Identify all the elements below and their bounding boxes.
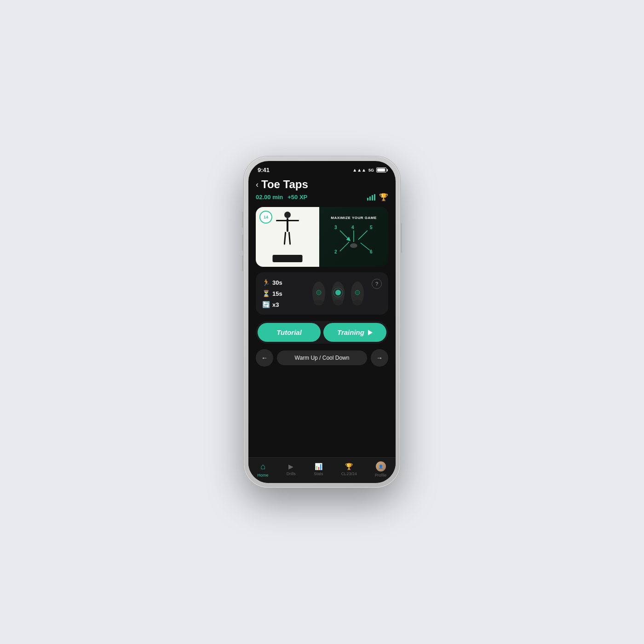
svg-text:2: 2 [334, 249, 337, 254]
phone-frame: 9:41 ▲▲▲ 5G ‹ Toe Taps 02.00 min +50 XP [244, 156, 400, 488]
prev-button[interactable]: ← [256, 349, 273, 367]
hourglass-icon: ⏳ [262, 290, 270, 297]
stats-label: Stats [314, 472, 323, 476]
back-button[interactable]: ‹ [256, 180, 259, 190]
training-button[interactable]: Training [323, 323, 386, 342]
back-title-row: ‹ Toe Taps [256, 178, 388, 191]
status-icons: ▲▲▲ 5G [352, 167, 386, 172]
running-icon: 🏃 [262, 279, 270, 286]
header: ‹ Toe Taps 02.00 min +50 XP [256, 175, 388, 207]
speed-line-1 [367, 198, 368, 201]
svg-point-12 [314, 300, 323, 305]
feet-visual [294, 279, 382, 308]
svg-point-13 [316, 290, 321, 295]
profile-avatar: 👤 [376, 461, 386, 472]
speed-lines-icon [367, 194, 375, 201]
avatar-icon: 👤 [379, 465, 383, 469]
phone-screen: 9:41 ▲▲▲ 5G ‹ Toe Taps 02.00 min +50 XP [248, 161, 396, 483]
trophy-icon: 🏆 [379, 193, 388, 201]
svg-point-21 [355, 290, 360, 295]
signal-icon: ▲▲▲ [352, 167, 366, 172]
nav-item-cl[interactable]: 🏆 CL23/24 [341, 463, 357, 476]
nav-item-drills[interactable]: ▶ Drills [287, 463, 296, 476]
svg-text:3: 3 [334, 225, 337, 230]
duration-value: 30s [272, 279, 282, 286]
svg-line-9 [361, 243, 370, 250]
nav-item-stats[interactable]: 📊 Stats [314, 463, 323, 476]
profile-label: Profile [375, 473, 387, 477]
battery-icon [376, 167, 386, 172]
foot-center [330, 280, 346, 307]
exercise-card: 🏃 30s ⏳ 15s 🔄 x3 [256, 272, 388, 315]
meta-icons: 🏆 [367, 193, 388, 201]
video-left-panel: 14 [256, 207, 319, 267]
cl-icon: 🏆 [345, 463, 353, 470]
status-time: 9:41 [258, 167, 270, 173]
rounds-stat: 🔄 x3 [262, 301, 294, 308]
video-diagram: MAXIMIZE YOUR GAME 3 4 5 2 6 [319, 207, 388, 267]
foot-center-svg [330, 280, 346, 307]
drill-diagram-svg: 3 4 5 2 6 [323, 224, 385, 258]
video-right-panel: MAXIMIZE YOUR GAME 3 4 5 2 6 [319, 207, 388, 267]
nav-item-home[interactable]: ⌂ Home [258, 462, 269, 477]
svg-text:4: 4 [351, 225, 354, 230]
foot-right-svg [349, 280, 366, 307]
svg-line-8 [340, 242, 349, 251]
repeat-icon: 🔄 [262, 301, 270, 308]
drills-icon: ▶ [288, 463, 293, 470]
bottom-nav: ⌂ Home ▶ Drills 📊 Stats 🏆 CL23/24 👤 [248, 457, 396, 483]
svg-point-20 [353, 300, 362, 305]
warm-up-button[interactable]: Warm Up / Cool Down [277, 351, 367, 365]
home-label: Home [258, 473, 269, 477]
foot-left-svg [310, 280, 327, 307]
svg-point-15 [334, 300, 343, 305]
screen-content: ‹ Toe Taps 02.00 min +50 XP [248, 175, 396, 457]
foot-right [349, 280, 366, 307]
notch [294, 161, 350, 174]
meta-left: 02.00 min +50 XP [256, 194, 307, 201]
video-title: MAXIMIZE YOUR GAME [331, 216, 377, 220]
duration-label: 02.00 min [256, 194, 283, 201]
svg-point-10 [350, 243, 357, 248]
action-buttons: Tutorial Training [256, 321, 388, 344]
foot-left [310, 280, 327, 307]
speed-line-4 [374, 194, 375, 201]
help-button[interactable]: ? [372, 279, 382, 289]
cl-label: CL23/24 [341, 472, 357, 476]
rounds-value: x3 [272, 301, 279, 308]
meta-row: 02.00 min +50 XP 🏆 [256, 193, 388, 201]
next-button[interactable]: → [371, 349, 388, 367]
video-timer: 14 [259, 211, 272, 224]
svg-line-5 [340, 230, 349, 240]
duration-stat: 🏃 30s [262, 279, 294, 286]
svg-text:6: 6 [370, 249, 373, 254]
rest-value: 15s [272, 290, 282, 297]
speed-line-2 [369, 196, 371, 201]
exercise-stats: 🏃 30s ⏳ 15s 🔄 x3 [262, 279, 294, 308]
svg-text:5: 5 [370, 225, 373, 230]
speed-line-3 [372, 195, 373, 201]
training-label: Training [337, 328, 364, 336]
xp-label: +50 XP [288, 194, 307, 201]
rest-stat: ⏳ 15s [262, 290, 294, 297]
stats-icon: 📊 [315, 463, 322, 470]
drills-label: Drills [287, 472, 296, 476]
video-card[interactable]: 14 [256, 207, 388, 267]
tutorial-button[interactable]: Tutorial [258, 323, 321, 342]
svg-line-7 [358, 230, 368, 240]
page-title: Toe Taps [261, 178, 308, 191]
network-label: 5G [368, 168, 374, 172]
nav-pills: ← Warm Up / Cool Down → [256, 349, 388, 367]
home-icon: ⌂ [260, 462, 265, 472]
svg-point-16 [335, 290, 341, 295]
play-icon [368, 330, 373, 335]
nav-item-profile[interactable]: 👤 Profile [375, 461, 387, 477]
exercise-card-inner: 🏃 30s ⏳ 15s 🔄 x3 [262, 279, 382, 308]
